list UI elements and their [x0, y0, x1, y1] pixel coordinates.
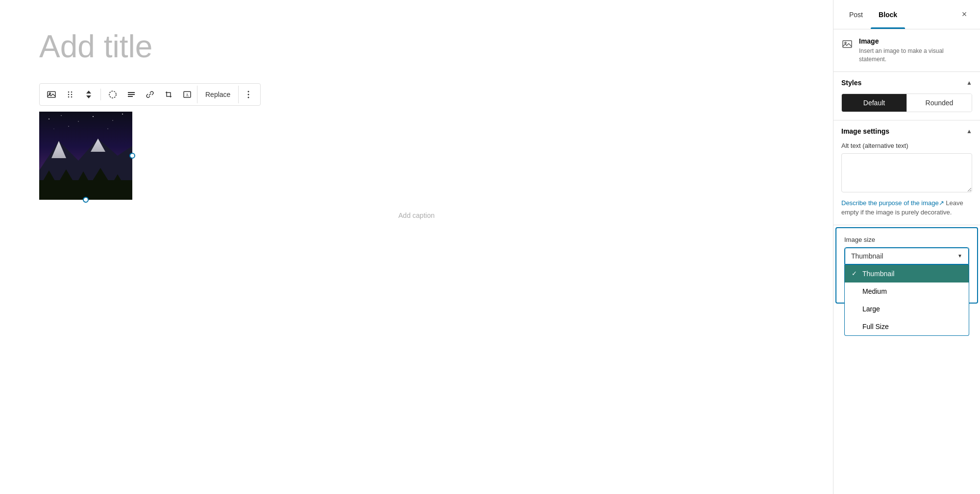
svg-point-5	[71, 94, 73, 95]
block-name: Image	[859, 37, 972, 45]
image-block-icon	[841, 38, 853, 53]
link-button[interactable]	[141, 86, 159, 103]
size-fullsize-label: Full Size	[862, 323, 889, 330]
toolbar-divider-1	[100, 89, 101, 100]
size-option-thumbnail[interactable]: ✓ Thumbnail	[845, 265, 969, 282]
block-toolbar: A Replace	[39, 83, 261, 106]
image-settings-header[interactable]: Image settings ▲	[833, 120, 980, 142]
page-title[interactable]: Add title	[39, 29, 794, 64]
image-icon-button[interactable]	[43, 86, 60, 103]
more-options-button[interactable]	[240, 86, 257, 103]
size-medium-label: Medium	[862, 287, 887, 295]
alt-text-label: Alt text (alternative text)	[841, 142, 972, 149]
styles-section-header[interactable]: Styles ▲	[833, 72, 980, 94]
sidebar: Post Block × Image Insert an image to ma…	[833, 0, 980, 494]
svg-point-4	[68, 94, 70, 95]
dropdown-arrow-icon: ▼	[957, 253, 962, 259]
select-button[interactable]	[104, 86, 122, 103]
editor-image	[39, 112, 132, 200]
drag-handle-button[interactable]	[61, 86, 79, 103]
style-buttons: Default Rounded	[841, 94, 972, 112]
svg-point-17	[248, 94, 249, 95]
text-overlay-button[interactable]: A	[178, 86, 196, 103]
svg-point-25	[122, 114, 123, 115]
tab-post[interactable]: Post	[841, 0, 871, 29]
size-option-medium[interactable]: Medium	[845, 282, 969, 300]
replace-button[interactable]: Replace	[197, 86, 239, 103]
styles-section: Styles ▲ Default Rounded	[833, 72, 980, 120]
add-caption[interactable]: Add caption	[39, 208, 794, 223]
size-option-fullsize[interactable]: Full Size	[845, 318, 969, 335]
svg-point-16	[248, 91, 249, 93]
image-size-select-open[interactable]: Thumbnail ▼	[844, 247, 969, 265]
svg-point-3	[71, 92, 73, 93]
size-option-large[interactable]: Large	[845, 300, 969, 318]
svg-point-2	[68, 92, 70, 93]
image-block[interactable]	[39, 112, 132, 200]
image-size-section: Image size Thumbnail ▼ ✓ Thumbnail Mediu…	[835, 227, 978, 304]
svg-point-28	[107, 129, 108, 129]
sidebar-tabs: Post Block ×	[833, 0, 980, 29]
styles-label: Styles	[841, 79, 861, 87]
svg-point-39	[845, 42, 846, 44]
resize-handle-right[interactable]	[129, 153, 135, 159]
style-rounded-button[interactable]: Rounded	[906, 94, 972, 112]
svg-point-6	[68, 96, 70, 98]
sidebar-close-button[interactable]: ×	[956, 7, 972, 23]
svg-point-27	[68, 126, 69, 127]
style-default-button[interactable]: Default	[842, 94, 906, 112]
svg-point-7	[71, 96, 73, 98]
svg-marker-9	[86, 95, 91, 98]
svg-text:A: A	[186, 93, 189, 97]
image-size-dropdown-container: Thumbnail ▼ ✓ Thumbnail Medium Large	[844, 247, 969, 265]
svg-rect-11	[128, 92, 135, 93]
block-info: Image Insert an image to make a visual s…	[833, 29, 980, 72]
move-up-down-button[interactable]	[80, 86, 98, 103]
image-size-label: Image size	[844, 236, 969, 243]
styles-section-body: Default Rounded	[833, 94, 980, 120]
svg-point-18	[248, 97, 249, 98]
resize-handle-bottom[interactable]	[83, 197, 89, 203]
check-icon: ✓	[852, 270, 858, 277]
toolbar-group-left	[43, 86, 98, 103]
svg-point-26	[53, 129, 54, 129]
tab-block[interactable]: Block	[871, 0, 905, 29]
selected-size-display: Thumbnail	[851, 252, 883, 260]
svg-rect-12	[128, 94, 135, 95]
image-settings-label: Image settings	[841, 127, 889, 135]
svg-point-21	[61, 116, 62, 117]
block-info-text: Image Insert an image to make a visual s…	[859, 37, 972, 64]
image-settings-chevron-icon: ▲	[966, 128, 972, 135]
svg-rect-0	[48, 92, 55, 97]
size-thumbnail-label: Thumbnail	[862, 270, 894, 278]
describe-link[interactable]: Describe the purpose of the image↗	[841, 199, 946, 207]
size-large-label: Large	[862, 305, 880, 313]
styles-chevron-icon: ▲	[966, 79, 972, 86]
image-settings-body: Alt text (alternative text) Describe the…	[833, 142, 980, 225]
toolbar-group-middle: A	[104, 86, 196, 103]
svg-marker-8	[86, 91, 91, 94]
block-description: Insert an image to make a visual stateme…	[859, 47, 972, 64]
align-button[interactable]	[122, 86, 140, 103]
crop-button[interactable]	[160, 86, 177, 103]
svg-point-22	[78, 121, 79, 122]
describe-link-text: Describe the purpose of the image	[841, 199, 939, 207]
svg-point-20	[49, 118, 49, 119]
alt-text-input[interactable]	[841, 153, 972, 192]
editor-area: Add title	[0, 0, 833, 494]
svg-rect-13	[128, 96, 133, 97]
svg-point-23	[93, 116, 94, 117]
svg-point-24	[112, 120, 113, 121]
image-size-dropdown-list: ✓ Thumbnail Medium Large Full Size	[844, 265, 969, 336]
image-settings-section: Image settings ▲ Alt text (alternative t…	[833, 120, 980, 225]
svg-rect-38	[843, 41, 852, 47]
svg-point-10	[109, 91, 116, 98]
